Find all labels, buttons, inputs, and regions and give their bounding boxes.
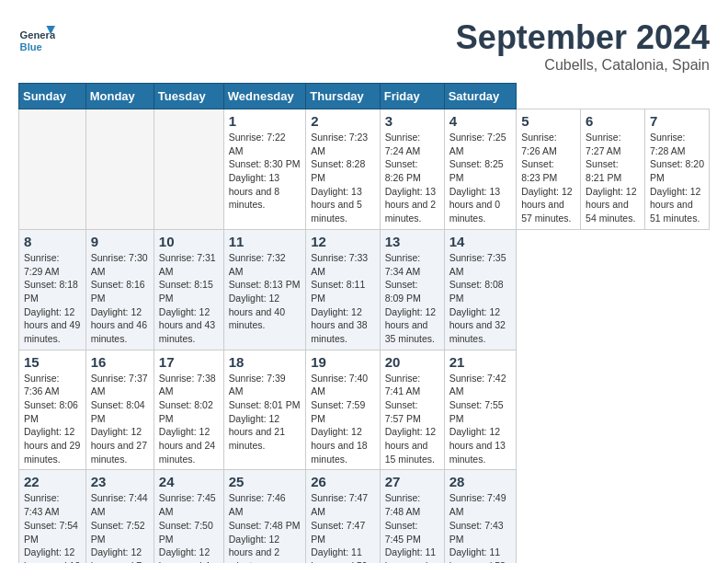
day-info: Sunrise: 7:47 AMSunset: 7:47 PMDaylight:… [311, 491, 374, 563]
week-row-3: 15Sunrise: 7:36 AMSunset: 8:06 PMDayligh… [19, 350, 710, 470]
calendar-cell: 23Sunrise: 7:44 AMSunset: 7:52 PMDayligh… [85, 470, 154, 563]
calendar-cell: 22Sunrise: 7:43 AMSunset: 7:54 PMDayligh… [19, 470, 86, 563]
calendar-cell: 12Sunrise: 7:33 AMSunset: 8:11 PMDayligh… [306, 229, 380, 350]
calendar-cell: 14Sunrise: 7:35 AMSunset: 8:08 PMDayligh… [444, 229, 517, 350]
day-number: 7 [650, 113, 704, 129]
day-number: 23 [91, 474, 149, 489]
day-number: 4 [449, 113, 512, 129]
calendar-cell [154, 109, 223, 230]
weekday-header-wednesday: Wednesday [223, 84, 306, 109]
day-info: Sunrise: 7:35 AMSunset: 8:08 PMDaylight:… [449, 251, 512, 346]
day-info: Sunrise: 7:45 AMSunset: 7:50 PMDaylight:… [159, 491, 219, 563]
day-info: Sunrise: 7:46 AMSunset: 7:48 PMDaylight:… [229, 491, 301, 563]
calendar-cell: 26Sunrise: 7:47 AMSunset: 7:47 PMDayligh… [306, 470, 380, 563]
day-number: 3 [385, 113, 439, 129]
calendar-cell: 8Sunrise: 7:29 AMSunset: 8:18 PMDaylight… [19, 229, 86, 350]
day-info: Sunrise: 7:36 AMSunset: 8:06 PMDaylight:… [24, 372, 81, 466]
day-number: 24 [159, 474, 219, 489]
day-number: 5 [521, 113, 575, 129]
day-number: 20 [385, 354, 439, 370]
weekday-header-tuesday: Tuesday [154, 84, 223, 109]
day-info: Sunrise: 7:25 AMSunset: 8:25 PMDaylight:… [449, 131, 512, 225]
calendar-cell: 15Sunrise: 7:36 AMSunset: 8:06 PMDayligh… [19, 350, 86, 470]
calendar-cell: 7Sunrise: 7:28 AMSunset: 8:20 PMDaylight… [645, 109, 710, 230]
day-number: 19 [311, 354, 374, 370]
calendar-cell: 4Sunrise: 7:25 AMSunset: 8:25 PMDaylight… [444, 109, 517, 230]
day-number: 2 [311, 113, 374, 129]
day-number: 8 [24, 234, 81, 249]
day-number: 10 [159, 234, 219, 249]
calendar-cell: 21Sunrise: 7:42 AMSunset: 7:55 PMDayligh… [444, 350, 517, 470]
day-number: 9 [91, 234, 149, 249]
day-number: 17 [159, 354, 219, 370]
day-info: Sunrise: 7:22 AMSunset: 8:30 PMDaylight:… [229, 131, 301, 212]
calendar-cell: 1Sunrise: 7:22 AMSunset: 8:30 PMDaylight… [223, 109, 306, 230]
day-info: Sunrise: 7:26 AMSunset: 8:23 PMDaylight:… [521, 131, 575, 225]
calendar-cell: 18Sunrise: 7:39 AMSunset: 8:01 PMDayligh… [223, 350, 306, 470]
day-info: Sunrise: 7:49 AMSunset: 7:43 PMDaylight:… [449, 491, 512, 563]
calendar-cell: 19Sunrise: 7:40 AMSunset: 7:59 PMDayligh… [306, 350, 380, 470]
calendar-cell: 6Sunrise: 7:27 AMSunset: 8:21 PMDaylight… [581, 109, 645, 230]
location-subtitle: Cubells, Catalonia, Spain [456, 57, 710, 74]
day-info: Sunrise: 7:30 AMSunset: 8:16 PMDaylight:… [91, 251, 149, 346]
day-info: Sunrise: 7:23 AMSunset: 8:28 PMDaylight:… [311, 131, 374, 225]
day-info: Sunrise: 7:28 AMSunset: 8:20 PMDaylight:… [650, 131, 704, 225]
svg-text:Blue: Blue [20, 41, 42, 52]
day-number: 13 [385, 234, 439, 249]
day-info: Sunrise: 7:40 AMSunset: 7:59 PMDaylight:… [311, 372, 374, 466]
calendar-cell: 9Sunrise: 7:30 AMSunset: 8:16 PMDaylight… [85, 229, 154, 350]
weekday-header-row: SundayMondayTuesdayWednesdayThursdayFrid… [19, 84, 710, 109]
day-info: Sunrise: 7:38 AMSunset: 8:02 PMDaylight:… [159, 372, 219, 466]
day-number: 21 [449, 354, 512, 370]
weekday-header-monday: Monday [85, 84, 154, 109]
calendar-cell: 16Sunrise: 7:37 AMSunset: 8:04 PMDayligh… [85, 350, 154, 470]
day-number: 18 [229, 354, 301, 370]
day-info: Sunrise: 7:42 AMSunset: 7:55 PMDaylight:… [449, 372, 512, 466]
weekday-header-sunday: Sunday [19, 84, 86, 109]
day-number: 28 [449, 474, 512, 489]
day-number: 12 [311, 234, 374, 249]
day-number: 25 [229, 474, 301, 489]
calendar-cell: 20Sunrise: 7:41 AMSunset: 7:57 PMDayligh… [380, 350, 444, 470]
calendar-cell: 17Sunrise: 7:38 AMSunset: 8:02 PMDayligh… [154, 350, 223, 470]
weekday-header-saturday: Saturday [444, 84, 517, 109]
week-row-1: 1Sunrise: 7:22 AMSunset: 8:30 PMDaylight… [19, 109, 710, 230]
weekday-header-thursday: Thursday [306, 84, 380, 109]
calendar-body: 1Sunrise: 7:22 AMSunset: 8:30 PMDaylight… [19, 109, 710, 564]
day-number: 11 [229, 234, 301, 249]
day-info: Sunrise: 7:33 AMSunset: 8:11 PMDaylight:… [311, 251, 374, 346]
month-title: September 2024 [456, 18, 710, 57]
calendar-cell: 5Sunrise: 7:26 AMSunset: 8:23 PMDaylight… [517, 109, 581, 230]
title-block: September 2024 Cubells, Catalonia, Spain [456, 18, 710, 74]
calendar-cell: 13Sunrise: 7:34 AMSunset: 8:09 PMDayligh… [380, 229, 444, 350]
day-info: Sunrise: 7:34 AMSunset: 8:09 PMDaylight:… [385, 251, 439, 346]
calendar-cell: 24Sunrise: 7:45 AMSunset: 7:50 PMDayligh… [154, 470, 223, 563]
day-number: 14 [449, 234, 512, 249]
calendar-cell: 10Sunrise: 7:31 AMSunset: 8:15 PMDayligh… [154, 229, 223, 350]
weekday-header-friday: Friday [380, 84, 444, 109]
day-number: 26 [311, 474, 374, 489]
day-info: Sunrise: 7:39 AMSunset: 8:01 PMDaylight:… [229, 372, 301, 453]
calendar-cell: 28Sunrise: 7:49 AMSunset: 7:43 PMDayligh… [444, 470, 517, 563]
day-number: 6 [586, 113, 640, 129]
calendar-cell [85, 109, 154, 230]
logo: General Blue [18, 18, 60, 55]
day-info: Sunrise: 7:43 AMSunset: 7:54 PMDaylight:… [24, 491, 81, 563]
calendar-cell: 25Sunrise: 7:46 AMSunset: 7:48 PMDayligh… [223, 470, 306, 563]
calendar-cell: 2Sunrise: 7:23 AMSunset: 8:28 PMDaylight… [306, 109, 380, 230]
calendar-cell: 11Sunrise: 7:32 AMSunset: 8:13 PMDayligh… [223, 229, 306, 350]
week-row-4: 22Sunrise: 7:43 AMSunset: 7:54 PMDayligh… [19, 470, 710, 563]
day-number: 1 [229, 113, 301, 129]
day-info: Sunrise: 7:48 AMSunset: 7:45 PMDaylight:… [385, 491, 439, 563]
day-info: Sunrise: 7:24 AMSunset: 8:26 PMDaylight:… [385, 131, 439, 225]
calendar-table: SundayMondayTuesdayWednesdayThursdayFrid… [18, 83, 710, 563]
day-info: Sunrise: 7:31 AMSunset: 8:15 PMDaylight:… [159, 251, 219, 346]
day-info: Sunrise: 7:29 AMSunset: 8:18 PMDaylight:… [24, 251, 81, 346]
day-info: Sunrise: 7:32 AMSunset: 8:13 PMDaylight:… [229, 251, 301, 332]
day-info: Sunrise: 7:37 AMSunset: 8:04 PMDaylight:… [91, 372, 149, 466]
day-number: 16 [91, 354, 149, 370]
day-info: Sunrise: 7:44 AMSunset: 7:52 PMDaylight:… [91, 491, 149, 563]
day-number: 15 [24, 354, 81, 370]
page-header: General Blue September 2024 Cubells, Cat… [18, 18, 710, 74]
calendar-cell: 3Sunrise: 7:24 AMSunset: 8:26 PMDaylight… [380, 109, 444, 230]
